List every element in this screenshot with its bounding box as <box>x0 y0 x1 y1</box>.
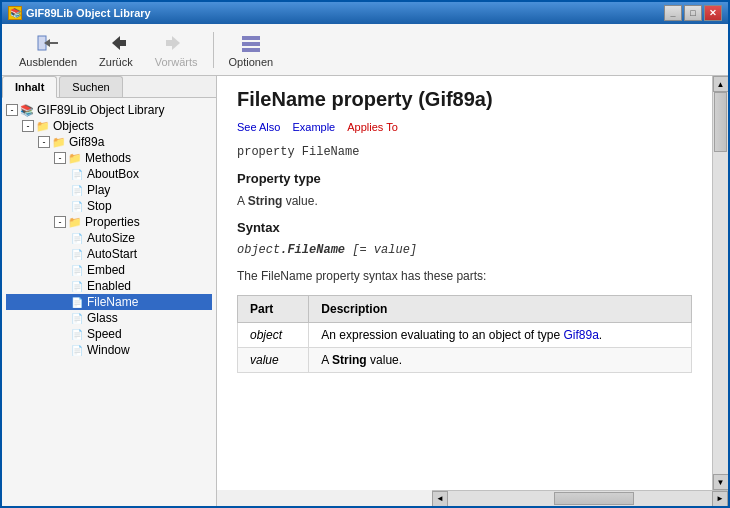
folder-icon-properties: 📁 <box>68 215 82 229</box>
scroll-thumb-vertical[interactable] <box>714 92 727 152</box>
tree-item-stop[interactable]: 📄 Stop <box>6 198 212 214</box>
folder-icon-gif89a: 📁 <box>52 135 66 149</box>
scroll-left-arrow[interactable]: ◄ <box>432 491 448 507</box>
part-object: object <box>238 323 309 348</box>
svg-marker-3 <box>112 36 120 50</box>
tree-item-root[interactable]: - 📚 GIF89Lib Object Library <box>6 102 212 118</box>
hide-icon <box>36 32 60 54</box>
forward-button[interactable]: Vorwärts <box>146 27 207 73</box>
tree-item-aboutbox[interactable]: 📄 AboutBox <box>6 166 212 182</box>
syntax-assign: [= <box>345 243 374 257</box>
property-type-post: value. <box>282 194 317 208</box>
app-icon: 📚 <box>8 6 22 20</box>
tree-label-stop: Stop <box>87 199 112 213</box>
example-link[interactable]: Example <box>292 121 335 133</box>
svg-marker-5 <box>172 36 180 50</box>
tree-item-properties[interactable]: - 📁 Properties <box>6 214 212 230</box>
tree-item-glass[interactable]: 📄 Glass <box>6 310 212 326</box>
hide-label: Ausblenden <box>19 56 77 68</box>
scroll-down-arrow[interactable]: ▼ <box>713 474 729 490</box>
desc-object-pre: An expression evaluating to an object of… <box>321 328 563 342</box>
tree-item-methods[interactable]: - 📁 Methods <box>6 150 212 166</box>
scroll-up-arrow[interactable]: ▲ <box>713 76 729 92</box>
syntax-line: object.FileName [= value] <box>237 243 692 257</box>
doc-icon-enabled: 📄 <box>70 279 84 293</box>
property-type-text: A String value. <box>237 194 692 208</box>
doc-icon-play: 📄 <box>70 183 84 197</box>
tree-label-embed: Embed <box>87 263 125 277</box>
applies-to-link[interactable]: Applies To <box>347 121 398 133</box>
tree-item-autostart[interactable]: 📄 AutoStart <box>6 246 212 262</box>
doc-icon-speed: 📄 <box>70 327 84 341</box>
options-label: Optionen <box>229 56 274 68</box>
tree-item-objects[interactable]: - 📁 Objects <box>6 118 212 134</box>
expander-methods[interactable]: - <box>54 152 66 164</box>
back-button[interactable]: Zurück <box>90 27 142 73</box>
syntax-value: value <box>374 243 410 257</box>
tree-label-enabled: Enabled <box>87 279 131 293</box>
tree-item-filename[interactable]: 📄 FileName <box>6 294 212 310</box>
expander-root[interactable]: - <box>6 104 18 116</box>
back-label: Zurück <box>99 56 133 68</box>
options-icon <box>239 32 263 54</box>
tree-item-autosize[interactable]: 📄 AutoSize <box>6 230 212 246</box>
tree-label-gif89a: Gif89a <box>69 135 104 149</box>
scroll-thumb-horizontal[interactable] <box>554 492 634 505</box>
doc-icon-filename: 📄 <box>70 295 84 309</box>
hide-button[interactable]: Ausblenden <box>10 27 86 73</box>
doc-icon-window: 📄 <box>70 343 84 357</box>
tab-search[interactable]: Suchen <box>59 76 122 97</box>
scroll-track-horizontal[interactable] <box>448 491 712 506</box>
description-text: The FileName property syntax has these p… <box>237 269 692 283</box>
expander-properties[interactable]: - <box>54 216 66 228</box>
syntax-object: object <box>237 243 280 257</box>
minimize-button[interactable]: _ <box>664 5 682 21</box>
tree-item-embed[interactable]: 📄 Embed <box>6 262 212 278</box>
desc-value-bold: String <box>332 353 367 367</box>
maximize-button[interactable]: □ <box>684 5 702 21</box>
desc-value-post: value. <box>367 353 402 367</box>
expander-objects[interactable]: - <box>22 120 34 132</box>
see-also-link[interactable]: See Also <box>237 121 280 133</box>
parts-table: Part Description object An expression ev… <box>237 295 692 373</box>
main-window: 📚 GIF89Lib Object Library _ □ ✕ Ausblend… <box>0 0 730 508</box>
doc-icon-aboutbox: 📄 <box>70 167 84 181</box>
folder-icon-root: 📚 <box>20 103 34 117</box>
tree-label-glass: Glass <box>87 311 118 325</box>
tree-label-window: Window <box>87 343 130 357</box>
property-type-header: Property type <box>237 171 692 186</box>
part-value: value <box>238 348 309 373</box>
part-value-text: value <box>250 353 279 367</box>
vertical-scrollbar: ▲ ▼ <box>712 76 728 490</box>
doc-icon-autosize: 📄 <box>70 231 84 245</box>
close-button[interactable]: ✕ <box>704 5 722 21</box>
col-part-header: Part <box>238 296 309 323</box>
tab-contents[interactable]: Inhalt <box>2 76 57 98</box>
desc-object-post: . <box>599 328 602 342</box>
scroll-right-arrow[interactable]: ► <box>712 491 728 507</box>
right-panel: FileName property (Gif89a) See Also Exam… <box>217 76 728 506</box>
property-type-pre: A <box>237 194 248 208</box>
desc-object: An expression evaluating to an object of… <box>309 323 692 348</box>
scroll-track-vertical[interactable] <box>713 92 728 474</box>
options-button[interactable]: Optionen <box>220 27 283 73</box>
expander-gif89a[interactable]: - <box>38 136 50 148</box>
tree-label-play: Play <box>87 183 110 197</box>
tree-item-play[interactable]: 📄 Play <box>6 182 212 198</box>
syntax-bracket: ] <box>410 243 417 257</box>
title-bar-left: 📚 GIF89Lib Object Library <box>8 6 151 20</box>
tree-item-enabled[interactable]: 📄 Enabled <box>6 278 212 294</box>
doc-icon-embed: 📄 <box>70 263 84 277</box>
tree-item-speed[interactable]: 📄 Speed <box>6 326 212 342</box>
svg-rect-6 <box>166 40 172 46</box>
tree-item-gif89a[interactable]: - 📁 Gif89a <box>6 134 212 150</box>
tree-label-aboutbox: AboutBox <box>87 167 139 181</box>
col-desc-header: Description <box>309 296 692 323</box>
page-title: FileName property (Gif89a) <box>237 88 692 111</box>
horizontal-scrollbar: ◄ ► <box>432 490 728 506</box>
table-row-object: object An expression evaluating to an ob… <box>238 323 692 348</box>
content-area: FileName property (Gif89a) See Also Exam… <box>217 76 712 490</box>
gif89a-link[interactable]: Gif89a <box>564 328 599 342</box>
tree-item-window[interactable]: 📄 Window <box>6 342 212 358</box>
tab-bar: Inhalt Suchen <box>2 76 216 98</box>
